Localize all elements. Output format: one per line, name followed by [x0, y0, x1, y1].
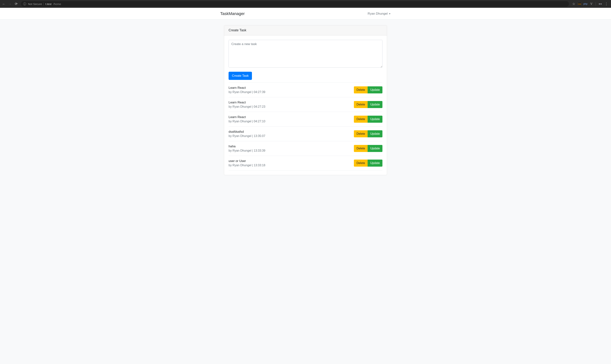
update-button[interactable]: Update: [368, 145, 382, 152]
main-container: Create Task Create Task Learn React by R…: [224, 25, 387, 175]
user-dropdown[interactable]: Ryan Dhungel ▼: [368, 12, 391, 15]
delete-button[interactable]: Delete: [354, 101, 368, 108]
update-button[interactable]: Update: [368, 86, 382, 93]
task-meta: by Ryan Dhungel | 04:27:23: [229, 105, 265, 108]
brand-title[interactable]: TaskManager: [220, 11, 245, 16]
task-actions: Delete Update: [354, 160, 382, 167]
task-title: Learn React: [229, 101, 265, 104]
task-title: haha: [229, 144, 265, 148]
caret-down-icon: ▼: [389, 13, 391, 15]
url-path: /home: [53, 2, 61, 6]
task-info: dsafdsafsd by Ryan Dhungel | 13:35:07: [229, 130, 265, 138]
bookmark-icon[interactable]: ☆: [572, 2, 575, 6]
task-title: dsafdsafsd: [229, 130, 265, 134]
task-title: user or User: [229, 159, 265, 163]
task-item: Learn React by Ryan Dhungel | 04:27:23 D…: [229, 97, 382, 112]
update-button[interactable]: Update: [368, 101, 382, 108]
create-task-card: Create Task Create Task Learn React by R…: [224, 25, 387, 175]
url-host: t.test: [45, 2, 52, 6]
update-button[interactable]: Update: [368, 116, 382, 123]
reload-button[interactable]: ⟳: [15, 2, 18, 6]
task-info: Learn React by Ryan Dhungel | 04:27:39: [229, 86, 265, 94]
create-task-button[interactable]: Create Task: [229, 72, 252, 80]
task-item: dsafdsafsd by Ryan Dhungel | 13:35:07 De…: [229, 127, 382, 141]
task-item: haha by Ryan Dhungel | 13:33:39 Delete U…: [229, 141, 382, 156]
delete-button[interactable]: Delete: [354, 130, 368, 137]
menu-icon[interactable]: ⋮: [605, 2, 608, 6]
delete-button[interactable]: Delete: [354, 145, 368, 152]
delete-button[interactable]: Delete: [354, 116, 368, 123]
task-meta: by Ryan Dhungel | 13:33:18: [229, 164, 265, 167]
task-meta: by Ryan Dhungel | 13:35:07: [229, 134, 265, 138]
info-icon[interactable]: i: [23, 2, 26, 5]
task-meta: by Ryan Dhungel | 04:27:10: [229, 120, 265, 123]
update-button[interactable]: Update: [368, 160, 382, 167]
task-meta: by Ryan Dhungel | 04:27:39: [229, 91, 265, 94]
incognito-icon[interactable]: 👓: [598, 2, 602, 6]
task-meta: by Ryan Dhungel | 13:33:39: [229, 149, 265, 152]
delete-button[interactable]: Delete: [354, 160, 368, 167]
task-item: user or User by Ryan Dhungel | 13:33:18 …: [229, 156, 382, 170]
extension-css-icon[interactable]: css: [578, 2, 581, 6]
task-item: Learn React by Ryan Dhungel | 04:27:10 D…: [229, 112, 382, 127]
task-actions: Delete Update: [354, 86, 382, 93]
extension-php-icon[interactable]: php: [584, 2, 587, 6]
security-status: Not Secure: [28, 2, 44, 6]
delete-button[interactable]: Delete: [354, 86, 368, 93]
back-button[interactable]: ←: [2, 2, 6, 6]
task-actions: Delete Update: [354, 145, 382, 152]
task-info: haha by Ryan Dhungel | 13:33:39: [229, 144, 265, 152]
browser-toolbar: ← → ⟳ i Not Secure t.test/home ☆ css php…: [0, 0, 611, 8]
forward-button[interactable]: →: [8, 2, 12, 6]
task-actions: Delete Update: [354, 130, 382, 137]
user-name: Ryan Dhungel: [368, 12, 388, 15]
task-info: Learn React by Ryan Dhungel | 04:27:23: [229, 101, 265, 108]
divider: [596, 2, 596, 6]
task-actions: Delete Update: [354, 101, 382, 108]
task-item: Learn React by Ryan Dhungel | 04:27:39 D…: [229, 82, 382, 97]
task-info: user or User by Ryan Dhungel | 13:33:18: [229, 159, 265, 167]
task-info: Learn React by Ryan Dhungel | 04:27:10: [229, 115, 265, 123]
update-button[interactable]: Update: [368, 130, 382, 137]
extension-vue-icon[interactable]: V: [590, 2, 593, 6]
task-list: Learn React by Ryan Dhungel | 04:27:39 D…: [229, 82, 382, 170]
card-header: Create Task: [224, 26, 387, 35]
task-input[interactable]: [229, 40, 382, 68]
app-navbar: TaskManager Ryan Dhungel ▼: [0, 8, 611, 20]
task-title: Learn React: [229, 115, 265, 119]
task-title: Learn React: [229, 86, 265, 90]
address-bar[interactable]: i Not Secure t.test/home: [21, 1, 569, 7]
task-actions: Delete Update: [354, 116, 382, 123]
